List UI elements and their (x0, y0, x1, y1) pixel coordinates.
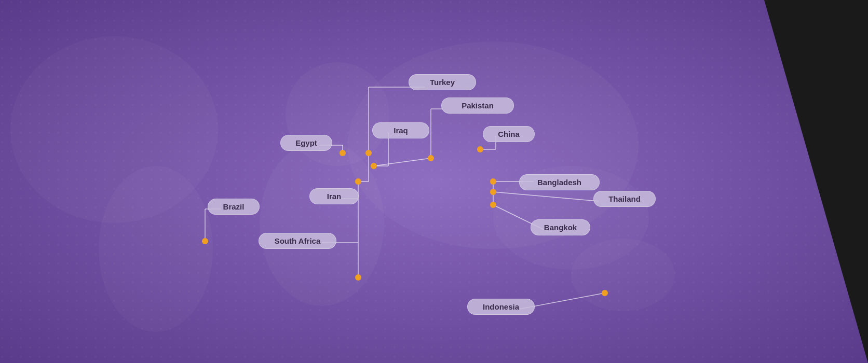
svg-point-37 (365, 150, 372, 156)
svg-point-41 (355, 178, 361, 185)
svg-point-39 (428, 155, 434, 161)
corner-decoration (764, 0, 868, 363)
south-africa-label: South Africa (259, 233, 336, 254)
turkey-label: Turkey (409, 74, 476, 95)
svg-point-47 (602, 290, 608, 296)
iraq-label: Iraq (372, 122, 429, 143)
svg-point-25 (355, 274, 361, 281)
bangladesh-label: Bangladesh (519, 174, 600, 195)
brazil-label: Brazil (208, 199, 260, 219)
svg-point-38 (340, 150, 346, 156)
svg-point-43 (490, 178, 496, 185)
svg-point-45 (490, 202, 496, 208)
thailand-label: Thailand (593, 191, 656, 212)
indonesia-label: Indonesia (467, 299, 535, 319)
pakistan-label: Pakistan (441, 97, 514, 118)
svg-point-44 (490, 189, 496, 195)
bangkok-label: Bangkok (531, 219, 590, 240)
egypt-label: Egypt (280, 135, 332, 156)
iran-label: Iran (309, 188, 359, 209)
svg-point-46 (202, 238, 208, 244)
svg-point-42 (477, 146, 483, 152)
svg-line-36 (374, 158, 431, 166)
svg-point-40 (371, 163, 377, 169)
china-label: China (483, 126, 535, 147)
